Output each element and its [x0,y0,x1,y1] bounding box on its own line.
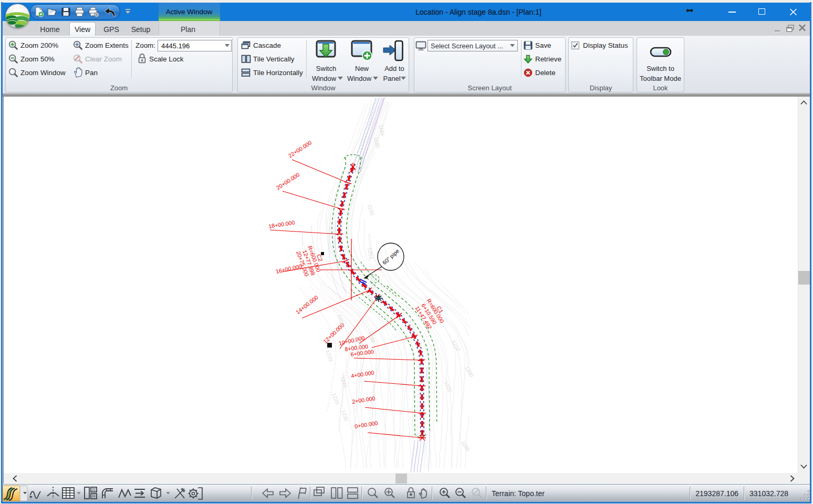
svg-text:1230: 1230 [340,409,349,422]
svg-text:1200: 1200 [464,365,475,379]
svg-text:18+00.000: 18+00.000 [268,219,295,229]
svg-text:1254: 1254 [367,247,374,260]
svg-text:20+00.000: 20+00.000 [275,171,301,191]
svg-text:2+00.000: 2+00.000 [351,395,376,405]
svg-text:1220: 1220 [443,380,453,393]
svg-text:14+00.000: 14+00.000 [295,294,319,316]
svg-text:1230: 1230 [370,276,378,289]
svg-text:1230: 1230 [325,349,334,362]
svg-text:1220: 1220 [339,375,348,388]
svg-text:4+00.000: 4+00.000 [350,369,374,379]
svg-text:0+00.000: 0+00.000 [354,419,378,429]
svg-text:16+00.000: 16+00.000 [275,263,303,275]
svg-text:1180: 1180 [373,136,381,149]
svg-text:1220: 1220 [331,392,340,405]
svg-text:1180: 1180 [460,440,471,453]
svg-text:1240: 1240 [367,293,375,306]
svg-text:22+00.000: 22+00.000 [287,139,313,159]
svg-text:1190: 1190 [367,204,375,216]
